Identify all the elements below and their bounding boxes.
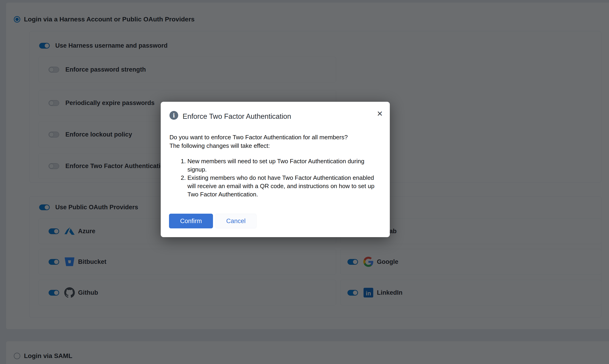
modal-buttons: Confirm Cancel	[169, 214, 257, 228]
modal-intro-line1: Do you want to enforce Two Factor Authen…	[169, 133, 381, 142]
list-item: Existing members who do not have Two Fac…	[187, 174, 381, 198]
modal-title: Enforce Two Factor Authentication	[182, 112, 291, 121]
enforce-2fa-modal: i Enforce Two Factor Authentication ✕ Do…	[161, 102, 390, 237]
list-item: New members will need to set up Two Fact…	[187, 157, 381, 174]
modal-body: Do you want to enforce Two Factor Authen…	[169, 133, 381, 198]
close-icon[interactable]: ✕	[377, 110, 383, 117]
cancel-button[interactable]: Cancel	[215, 214, 257, 228]
modal-change-list: New members will need to set up Two Fact…	[169, 157, 381, 198]
info-icon: i	[169, 111, 178, 120]
confirm-button[interactable]: Confirm	[169, 214, 213, 228]
modal-intro-line2: The following changes will take effect:	[169, 142, 381, 150]
